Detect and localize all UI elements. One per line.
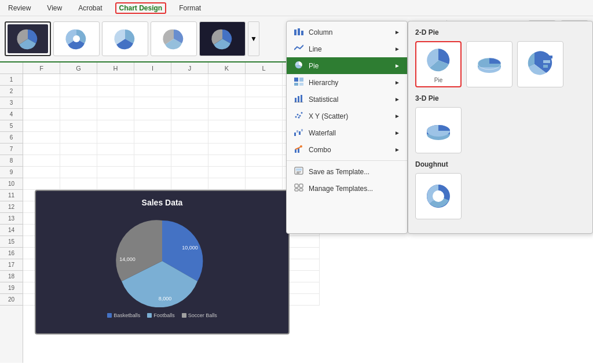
cell-11-6[interactable] [246,178,283,190]
cell-18-2[interactable] [97,97,134,109]
picker-pie-basic[interactable]: Pie [415,41,462,87]
menu-waterfall[interactable]: Waterfall ► [287,124,407,141]
menu-review[interactable]: Review [5,3,34,13]
cell-14-6[interactable] [246,144,283,155]
cell-11-0[interactable] [23,178,60,190]
cell-15-3[interactable] [134,132,171,144]
manage-templates-item[interactable]: Manage Templates... [287,180,407,197]
cell-12-5[interactable] [208,167,246,178]
cell-12-0[interactable] [23,167,60,178]
cell-19-4[interactable] [171,86,208,97]
cell-18-3[interactable] [134,97,171,109]
cell-14-3[interactable] [134,144,171,155]
chart-style-5[interactable] [199,21,246,56]
save-template-item[interactable]: Save as Template... [287,163,407,180]
cell-19-0[interactable] [23,86,60,97]
cell-18-6[interactable] [246,97,283,109]
cell-13-3[interactable] [134,155,171,167]
cell-20-3[interactable] [134,74,171,86]
cell-17-2[interactable] [97,109,134,120]
menu-chart-design[interactable]: Chart Design [115,2,167,14]
cell-20-1[interactable] [60,74,97,86]
cell-17-4[interactable] [171,109,208,120]
cell-19-5[interactable] [208,86,246,97]
menu-column[interactable]: Column ► [287,24,407,41]
cell-11-5[interactable] [208,178,246,190]
cell-16-0[interactable] [23,120,60,132]
cell-13-4[interactable] [171,155,208,167]
menu-hierarchy[interactable]: Hierarchy ► [287,74,407,91]
cell-20-5[interactable] [208,74,246,86]
cell-13-1[interactable] [60,155,97,167]
menu-combo[interactable]: Combo ► [287,141,407,158]
cell-16-2[interactable] [97,120,134,132]
cell-18-5[interactable] [208,97,246,109]
menu-scatter[interactable]: X Y (Scatter) ► [287,108,407,124]
cell-18-0[interactable] [23,97,60,109]
cell-17-0[interactable] [23,109,60,120]
cell-12-2[interactable] [97,167,134,178]
cell-18-4[interactable] [171,97,208,109]
cell-16-6[interactable] [246,120,283,132]
chart-style-1[interactable] [5,21,51,56]
cell-19-2[interactable] [97,86,134,97]
menu-pie[interactable]: Pie ► [287,57,407,74]
picker-pie-bar[interactable] [517,41,563,87]
cell-15-1[interactable] [60,132,97,144]
cell-16-1[interactable] [60,120,97,132]
cell-14-2[interactable] [97,144,134,155]
cell-13-5[interactable] [208,155,246,167]
cell-18-1[interactable] [60,97,97,109]
cell-16-5[interactable] [208,120,246,132]
chart-styles-chevron[interactable]: ▼ [248,21,259,56]
cell-15-2[interactable] [97,132,134,144]
cell-17-1[interactable] [60,109,97,120]
cell-14-5[interactable] [208,144,246,155]
menu-line-label: Line [309,45,322,53]
cell-12-1[interactable] [60,167,97,178]
chart-style-4[interactable] [151,21,197,56]
cell-19-3[interactable] [134,86,171,97]
cell-20-6[interactable] [246,74,283,86]
cell-20-0[interactable] [23,74,60,86]
cell-16-3[interactable] [134,120,171,132]
cell-17-6[interactable] [246,109,283,120]
cell-11-3[interactable] [134,178,171,190]
cell-16-4[interactable] [171,120,208,132]
picker-pie-exploded[interactable] [466,41,513,87]
chart-style-2[interactable] [53,21,100,56]
cell-11-2[interactable] [97,178,134,190]
chart-style-3[interactable] [102,21,148,56]
cell-14-4[interactable] [171,144,208,155]
cell-11-4[interactable] [171,178,208,190]
menu-statistical[interactable]: Statistical ► [287,91,407,108]
picker-doughnut[interactable] [415,173,462,219]
picker-row-doughnut [415,173,585,219]
cell-20-2[interactable] [97,74,134,86]
cell-13-0[interactable] [23,155,60,167]
cell-15-6[interactable] [246,132,283,144]
menu-hierarchy-left: Hierarchy [294,78,338,87]
cell-17-3[interactable] [134,109,171,120]
embedded-chart[interactable]: Sales Data 10,000 14,000 8,000 [35,190,290,334]
cell-20-4[interactable] [171,74,208,86]
cell-14-1[interactable] [60,144,97,155]
cell-12-6[interactable] [246,167,283,178]
cell-19-1[interactable] [60,86,97,97]
picker-3d-pie[interactable] [415,107,462,153]
cell-12-3[interactable] [134,167,171,178]
cell-15-4[interactable] [171,132,208,144]
cell-12-4[interactable] [171,167,208,178]
cell-19-6[interactable] [246,86,283,97]
menu-format[interactable]: Format [175,3,204,13]
cell-15-5[interactable] [208,132,246,144]
cell-17-5[interactable] [208,109,246,120]
cell-11-1[interactable] [60,178,97,190]
menu-acrobat[interactable]: Acrobat [75,3,105,13]
cell-15-0[interactable] [23,132,60,144]
cell-14-0[interactable] [23,144,60,155]
menu-line[interactable]: Line ► [287,41,407,57]
cell-13-2[interactable] [97,155,134,167]
menu-view[interactable]: View [43,3,65,13]
cell-13-6[interactable] [246,155,283,167]
